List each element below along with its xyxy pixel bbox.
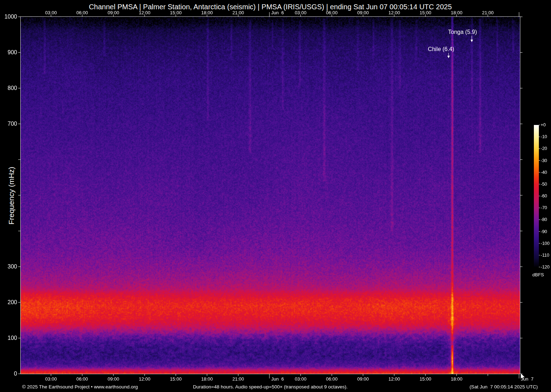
time-label-bottom: 06:00 — [76, 376, 88, 382]
plot-border — [21, 17, 520, 374]
colorbar-label: -80 — [541, 217, 547, 222]
time-label-top: 09:00 — [107, 10, 119, 15]
freq-label: 200 — [7, 299, 17, 305]
colorbar-label: -120 — [541, 265, 550, 270]
arrow-head-icon — [448, 56, 450, 58]
time-label-bottom: 18:00 — [201, 376, 213, 382]
colorbar-label: -70 — [541, 205, 547, 210]
time-label-bottom: 18:00 — [451, 376, 462, 382]
time-label-bottom: 06:00 — [326, 376, 338, 382]
time-label-top: 06:00 — [76, 10, 88, 15]
footer-timestamp: (Sat Jun 7 00:05:14 2025 UTC) — [359, 384, 538, 390]
colorbar-label: -110 — [541, 253, 549, 258]
freq-label: 1000 — [4, 14, 17, 20]
time-label-top: 18:00 — [201, 10, 213, 15]
time-label-bottom: 15:00 — [420, 376, 431, 382]
time-label-bottom: 09:00 — [107, 376, 119, 382]
time-label-bottom: 09:00 — [357, 376, 369, 382]
axes-overlay: 03:0003:0006:0006:0009:0009:0012:0012:00… — [0, 0, 551, 392]
time-label-top: 12:00 — [139, 10, 151, 15]
colorbar-label: -40 — [541, 170, 547, 175]
colorbar-label: -30 — [541, 158, 547, 163]
colorbar-label: -100 — [541, 241, 550, 246]
time-label-bottom: 12:00 — [388, 376, 400, 382]
time-label-top: Jun 6 — [271, 10, 284, 15]
time-label-top: 15:00 — [170, 10, 182, 15]
time-label-top: 18:00 — [451, 10, 462, 15]
colorbar-label: -90 — [541, 229, 547, 234]
colorbar-label: -50 — [541, 182, 547, 187]
freq-label: 900 — [7, 49, 17, 55]
time-label-top: 21:00 — [482, 10, 494, 15]
event-annotation-label: Chile (6.4) — [428, 46, 454, 52]
time-label-top: 15:00 — [420, 10, 431, 15]
time-label-bottom: Jun 6 — [271, 376, 284, 382]
event-annotation-label: Tonga (5.9) — [448, 29, 477, 35]
freq-label: 700 — [7, 121, 17, 127]
time-label-top: 03:00 — [295, 10, 307, 15]
time-label-top: 09:00 — [357, 10, 369, 15]
time-label-top: 06:00 — [326, 10, 338, 15]
freq-label: 300 — [7, 263, 17, 270]
time-label-top: 21:00 — [232, 10, 244, 15]
time-label-top: 12:00 — [388, 10, 400, 15]
freq-label: 0 — [14, 371, 17, 377]
colorbar-label: -60 — [541, 194, 547, 198]
time-label-bottom: 03:00 — [45, 376, 57, 382]
freq-label: 100 — [7, 335, 17, 341]
time-label-bottom: 15:00 — [170, 376, 182, 382]
colorbar-label: -20 — [541, 146, 547, 151]
time-label-bottom: 21:00 — [232, 376, 244, 382]
spectrogram-page: Channel PMSA | Palmer Station, Antarctic… — [0, 0, 551, 392]
freq-label: 800 — [7, 85, 17, 91]
colorbar-unit-label: dBFS — [527, 272, 549, 277]
time-label-bottom: 03:00 — [295, 376, 307, 382]
time-label-bottom: 12:00 — [139, 376, 151, 382]
time-label-top: 03:00 — [45, 10, 57, 15]
colorbar-label: -10 — [541, 134, 547, 139]
colorbar-label: +0 — [541, 122, 546, 127]
arrow-head-icon — [471, 40, 473, 42]
